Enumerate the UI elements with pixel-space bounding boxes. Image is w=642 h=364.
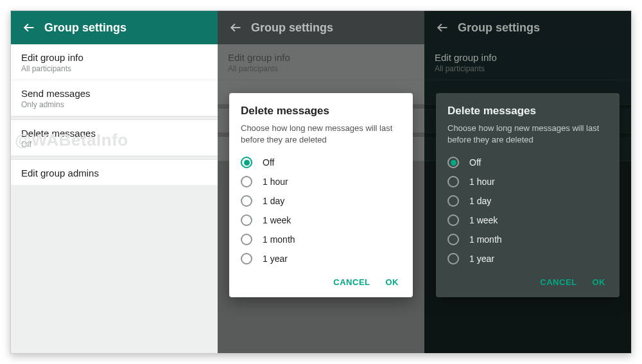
page-title: Group settings [458,21,540,35]
arrow-left-icon [229,21,242,34]
radio-icon [447,176,459,187]
option-1-week[interactable]: 1 week [241,211,401,230]
setting-subtitle: All participants [21,64,207,73]
option-label: 1 year [469,254,494,264]
radio-icon [447,195,459,207]
app-header: Group settings [11,11,218,44]
setting-edit-group-info: Edit group info All participants [424,44,631,80]
app-header: Group settings [218,11,424,44]
radio-icon [447,234,459,245]
option-label: 1 month [469,234,502,245]
panel-dark-dialog: Group settings Edit group info All parti… [424,11,631,353]
setting-edit-group-info: Edit group info All participants [218,44,424,80]
option-label: Off [263,157,274,168]
radio-icon [241,214,252,226]
panel-light-dialog: Group settings Edit group info All parti… [218,11,424,353]
arrow-left-icon [436,21,449,34]
option-label: 1 hour [263,177,288,187]
back-button[interactable] [225,17,246,38]
screenshot-frame: Group settings @WABetaInfo Edit group in… [10,10,632,354]
app-header: Group settings [424,11,631,44]
dialog-title: Delete messages [447,105,608,117]
setting-edit-group-admins[interactable]: Edit group admins [11,160,218,186]
option-off[interactable]: Off [447,153,608,172]
panel-light: Group settings @WABetaInfo Edit group in… [11,11,218,353]
option-1-year[interactable]: 1 year [447,249,608,268]
setting-title: Edit group info [21,52,207,63]
option-1-hour[interactable]: 1 hour [447,172,608,191]
option-label: 1 day [469,196,491,206]
option-1-year[interactable]: 1 year [241,249,401,268]
dialog-actions: CANCEL OK [241,268,401,292]
ok-button[interactable]: OK [386,277,399,287]
setting-subtitle: All participants [228,64,414,73]
setting-title: Edit group info [435,52,621,63]
option-1-day[interactable]: 1 day [447,191,608,211]
back-button[interactable] [432,17,453,38]
cancel-button[interactable]: CANCEL [333,277,370,287]
option-1-day[interactable]: 1 day [241,191,401,211]
dialog-actions: CANCEL OK [447,268,608,292]
radio-icon [241,176,252,187]
option-label: 1 month [263,234,295,245]
page-title: Group settings [44,21,126,35]
option-label: Off [469,157,481,168]
delete-messages-dialog: Delete messages Choose how long new mess… [436,93,620,297]
option-1-week[interactable]: 1 week [447,211,608,230]
setting-subtitle: Only admins [21,100,207,109]
settings-list: @WABetaInfo Edit group info All particip… [11,44,218,353]
setting-delete-messages[interactable]: Delete messages Off [11,120,218,156]
option-label: 1 year [263,254,288,264]
option-1-month[interactable]: 1 month [447,230,608,249]
ok-button[interactable]: OK [593,277,606,287]
setting-subtitle: Off [21,140,207,149]
dialog-title: Delete messages [241,105,401,117]
option-label: 1 week [469,215,498,225]
setting-subtitle: All participants [435,64,621,73]
setting-send-messages[interactable]: Send messages Only admins [11,80,218,116]
cancel-button[interactable]: CANCEL [540,277,577,287]
arrow-left-icon [22,21,35,34]
setting-title: Edit group admins [21,168,207,178]
back-button[interactable] [19,17,39,38]
radio-icon [241,253,252,264]
radio-icon [447,157,459,168]
radio-icon [241,234,252,245]
option-label: 1 hour [469,177,495,187]
radio-icon [447,253,459,264]
setting-title: Edit group info [228,52,414,63]
page-title: Group settings [251,21,333,35]
option-off[interactable]: Off [241,153,401,172]
radio-icon [241,157,252,168]
setting-title: Send messages [21,88,207,99]
setting-edit-group-info[interactable]: Edit group info All participants [11,44,218,80]
option-label: 1 week [263,215,291,225]
option-label: 1 day [263,196,284,206]
setting-title: Delete messages [21,128,207,139]
option-1-hour[interactable]: 1 hour [241,172,401,191]
delete-messages-dialog: Delete messages Choose how long new mess… [229,93,413,297]
radio-icon [241,195,252,207]
dialog-description: Choose how long new messages will last b… [447,123,608,145]
option-1-month[interactable]: 1 month [241,230,401,249]
radio-icon [447,214,459,226]
dialog-description: Choose how long new messages will last b… [241,123,401,145]
